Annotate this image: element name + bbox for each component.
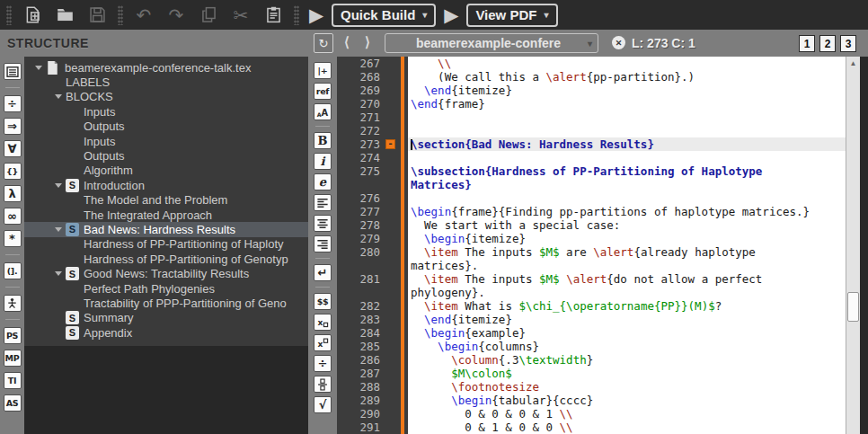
new-document-icon[interactable] [19,4,46,27]
code-text[interactable]: (We call this a \alert{pp-partition}.) [408,70,846,84]
pstricks-tab-icon[interactable]: PS [4,327,22,344]
expand-arrow-icon[interactable] [51,94,66,99]
newline-icon[interactable]: ↵ [314,264,332,281]
open-file-selector[interactable]: beamerexample-confere ▾ [385,33,598,53]
code-text[interactable]: 0 & 1 & 0 & 0 \\ [408,421,846,434]
tree-item[interactable]: Hardness of PP-Partitioning of Genotyp [24,252,308,266]
code-text[interactable]: \column{.3\textwidth} [408,353,846,367]
code-text[interactable]: \begin{columns} [408,340,846,353]
tree-item[interactable]: Outputs [24,148,308,163]
misc-symbols-tab-icon[interactable]: ∀ [4,140,22,157]
code-text[interactable]: 0 & 0 & 0 & 1 \\ [408,407,846,421]
code-text[interactable]: \end{frame} [408,97,846,111]
tree-item[interactable]: SGood News: Tractability Results [24,266,308,280]
redo-icon[interactable]: ↷ [163,4,190,27]
expand-arrow-icon[interactable] [51,271,66,276]
back-chevron-icon[interactable]: ⟨ [344,34,350,50]
close-document-icon[interactable]: ✕ [612,36,625,49]
tree-item[interactable]: Inputs [24,134,308,148]
align-left-icon[interactable] [314,194,332,211]
tree-item[interactable]: SBad News: Hardness Results [24,222,308,236]
view-button-2[interactable]: 2 [819,35,836,52]
asymptote-tab-icon[interactable]: AS [4,394,22,412]
tree-item[interactable]: BLOCKS [24,90,308,104]
most-used-symbols-tab-icon[interactable]: ∞ [4,208,22,225]
superscript-icon[interactable]: x [314,334,332,351]
favourite-symbols-tab-icon[interactable]: * [4,230,22,247]
code-text[interactable]: \begin{frame}{Finding pp-partitions of h… [408,205,846,218]
save-icon[interactable] [84,4,111,27]
tree-item[interactable]: Hardness of PP-Partitioning of Haploty [24,237,308,252]
forward-chevron-icon[interactable]: ⟩ [365,34,370,50]
tree-item[interactable]: SAppendix [24,325,308,340]
code-text[interactable]: \footnotesize [408,380,846,394]
italic-icon[interactable]: i [314,153,332,170]
tree-item[interactable]: SIntroduction [24,178,308,192]
view-pdf-button[interactable]: View PDF▾ [466,4,557,27]
scrollbar-thumb[interactable] [847,292,859,322]
structure-tab-icon[interactable] [4,63,22,80]
expand-arrow-icon[interactable] [51,183,66,188]
refresh-structure-icon[interactable]: ↻ [314,33,333,53]
tree-item[interactable]: Algorithm [24,164,308,178]
code-text[interactable] [408,124,846,137]
tree-item[interactable]: The Model and the Problem [24,193,308,208]
code-text[interactable]: $M\colon$ [408,367,846,380]
fold-marker[interactable]: - [384,137,397,151]
view-button-1[interactable]: 1 [799,35,815,52]
metapost-tab-icon[interactable]: MP [4,350,22,367]
code-text[interactable] [408,191,846,205]
run-quick-build-icon[interactable]: ▶ [306,4,327,26]
scrollbar-up-icon[interactable]: ▲ [846,57,860,69]
editor-scrollbar[interactable]: ▲ [846,57,860,434]
tree-item[interactable]: Perfect Path Phylogenies [24,281,308,296]
dfrac-icon[interactable] [314,376,332,393]
tree-item[interactable]: Tractability of PPP-Partitioning of Geno [24,296,308,310]
bold-icon[interactable]: B [314,132,332,149]
open-folder-icon[interactable] [51,4,78,27]
code-text[interactable]: \begin{example} [408,326,846,340]
ref-icon[interactable]: ref [314,83,332,100]
expand-arrow-icon[interactable] [31,66,46,70]
code-text[interactable]: \item What is $\chi_{\operatorname{PP}}(… [408,299,846,313]
relation-symbols-tab-icon[interactable]: ÷ [4,95,22,112]
code-text[interactable]: phylogeny}. [408,286,846,299]
pipe-plus-icon[interactable]: |+ [314,62,332,79]
code-text[interactable] [408,151,846,164]
view-button-3[interactable]: 3 [840,35,856,52]
tree-item[interactable]: The Integrated Approach [24,208,308,222]
paste-icon[interactable] [260,4,287,27]
align-right-icon[interactable] [314,235,332,252]
code-text[interactable]: Matrices} [408,178,846,191]
code-text[interactable]: matrices}. [408,259,846,272]
emph-icon[interactable]: e [314,173,332,190]
code-text[interactable]: \subsection{Hardness of PP-Partitioning … [408,164,846,178]
tree-item[interactable]: beamerexample-conference-talk.tex [24,60,308,75]
code-text[interactable]: \begin{itemize} [408,232,846,245]
fold-collapse-icon[interactable]: - [385,139,395,149]
font-size-icon[interactable]: AA [314,103,332,120]
code-text[interactable]: \end{itemize} [408,84,846,97]
accents-tab-icon[interactable] [4,295,22,312]
subscript-icon[interactable]: x [314,314,332,331]
inline-math-icon[interactable]: $$ [314,293,332,310]
quick-build-button[interactable]: Quick Build▾ [332,4,436,27]
align-center-icon[interactable] [314,215,332,232]
copy-icon[interactable] [195,4,222,27]
code-text[interactable]: We start with a special case: [408,218,846,232]
frac-icon[interactable]: ÷ [314,355,332,372]
code-text[interactable]: \item The inputs $M$ are \alert{already … [408,245,846,259]
expand-arrow-icon[interactable] [51,227,66,232]
tree-item[interactable]: LABELS [24,75,308,89]
undo-icon[interactable]: ↶ [130,4,157,27]
code-text[interactable]: \\ [408,57,846,70]
arrow-symbols-tab-icon[interactable]: ⇒ [4,118,22,135]
tree-item[interactable]: SSummary [24,311,308,325]
greek-letters-tab-icon[interactable]: λ [4,185,22,202]
tree-item[interactable]: Outputs [24,120,308,134]
misc-text-tab-icon[interactable]: (]. [4,262,22,279]
code-text[interactable]: \section{Bad News: Hardness Results} [408,137,846,151]
delimiters-tab-icon[interactable]: {} [4,163,22,180]
code-text[interactable]: \begin{tabular}{cccc} [408,394,846,407]
cut-icon[interactable]: ✂ [227,4,254,27]
